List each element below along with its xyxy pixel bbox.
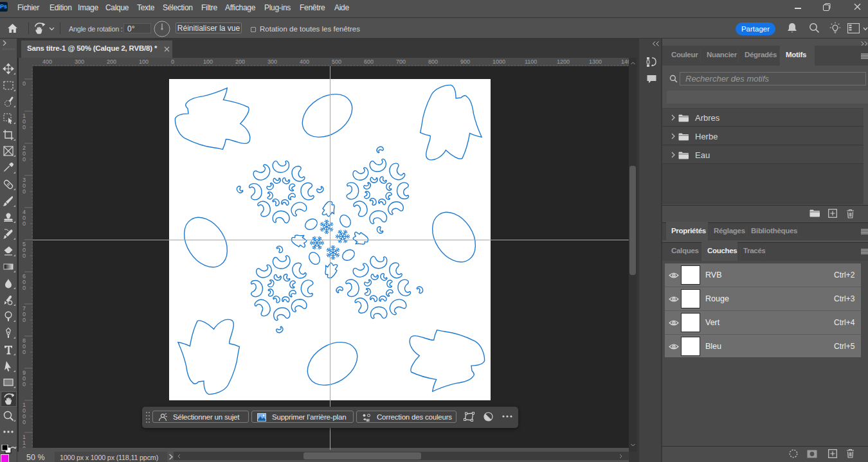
svg-text:200: 200: [235, 58, 245, 65]
svg-text:500: 500: [332, 58, 341, 65]
svg-text:300: 300: [267, 58, 277, 65]
svg-text:600: 600: [364, 58, 374, 65]
svg-text:0: 0: [23, 285, 26, 291]
svg-text:1100: 1100: [525, 58, 537, 65]
svg-text:0: 0: [171, 58, 174, 65]
svg-text:100: 100: [139, 58, 149, 65]
svg-text:200: 200: [107, 58, 116, 65]
svg-text:400: 400: [300, 58, 309, 65]
svg-text:1400: 1400: [621, 58, 629, 65]
svg-text:300: 300: [75, 58, 84, 65]
svg-text:0: 0: [23, 188, 26, 195]
svg-text:0: 0: [23, 349, 26, 355]
svg-text:0: 0: [23, 317, 26, 323]
svg-text:700: 700: [396, 58, 406, 65]
svg-text:0: 0: [23, 124, 26, 130]
svg-text:0: 0: [23, 381, 26, 387]
svg-text:0: 0: [23, 156, 26, 163]
svg-text:900: 900: [460, 58, 470, 65]
svg-text:0: 0: [23, 220, 26, 227]
svg-text:400: 400: [42, 58, 52, 65]
svg-text:1200: 1200: [557, 58, 570, 65]
svg-text:0: 0: [23, 419, 26, 425]
svg-text:800: 800: [428, 58, 438, 65]
svg-text:0: 0: [23, 253, 26, 259]
svg-text:1300: 1300: [589, 58, 602, 65]
svg-text:0: 0: [23, 445, 26, 448]
svg-text:100: 100: [203, 58, 213, 65]
svg-text:0: 0: [23, 80, 26, 87]
svg-text:1000: 1000: [493, 58, 505, 65]
